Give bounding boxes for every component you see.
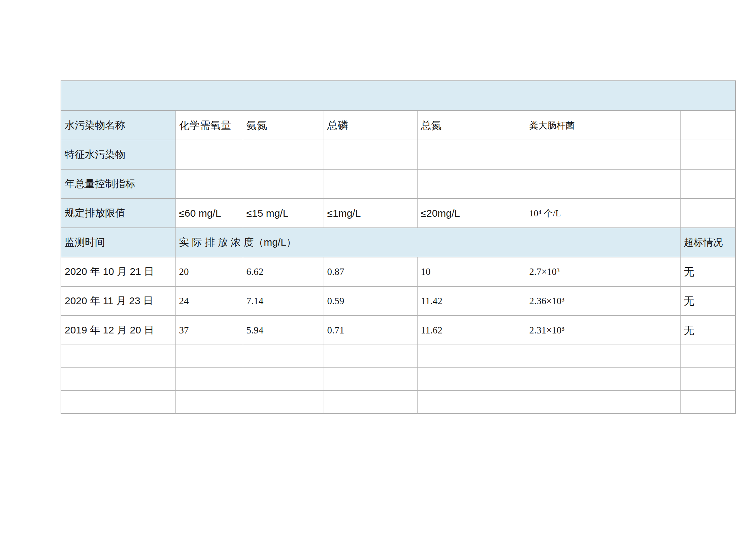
empty-cell [175,368,243,391]
value-total-nitrogen: 11.62 [417,316,526,345]
empty-cell [243,391,324,414]
empty-table-row [61,345,735,368]
row-label-pollutant-name: 水污染物名称 [61,111,175,140]
header-cell-total-nitrogen: 总氮 [417,111,526,140]
value-ammonia: 5.94 [243,316,324,345]
value-total-phosphorus: 0.87 [324,257,417,286]
empty-cell [61,345,175,368]
monitor-date: 2019 年 12 月 20 日 [61,316,175,345]
value-cod: 20 [175,257,243,286]
empty-cell [175,140,243,169]
empty-table-row [61,368,735,391]
empty-cell [324,345,417,368]
value-total-nitrogen: 11.42 [417,286,526,316]
empty-cell [61,368,175,391]
empty-cell [680,169,735,199]
empty-cell [526,345,680,368]
row-label-discharge-limit: 规定排放限值 [61,199,175,228]
value-fecal-coliform: 2.31×10³ [526,316,680,345]
row-label-monitor-time: 监测时间 [61,228,175,257]
limit-cell-cod: ≤60 mg/L [175,199,243,228]
header-cell-empty [680,111,735,140]
empty-cell [324,368,417,391]
empty-table-row [61,391,735,414]
actual-concentration-header: 实 际 排 放 浓 度（mg/L） [175,228,680,257]
exceed-status-header: 超标情况 [680,228,735,257]
empty-cell [243,140,324,169]
empty-cell [417,345,526,368]
value-total-phosphorus: 0.59 [324,286,417,316]
empty-cell [324,169,417,199]
value-ammonia: 6.62 [243,257,324,286]
empty-cell [243,169,324,199]
exceed-status: 无 [680,257,735,286]
empty-cell [175,169,243,199]
empty-cell [526,391,680,414]
table-row: 2020 年 11 月 23 日 24 7.14 0.59 11.42 2.36… [61,286,735,316]
value-cod: 24 [175,286,243,316]
empty-cell [680,368,735,391]
table-top-band [61,81,735,111]
empty-cell [680,345,735,368]
empty-cell [417,368,526,391]
exceed-status: 无 [680,286,735,316]
empty-cell [526,368,680,391]
empty-cell [417,140,526,169]
discharge-limit-row: 规定排放限值 ≤60 mg/L ≤15 mg/L ≤1mg/L ≤20mg/L … [61,199,735,228]
monitoring-report-table-container: 水污染物名称 化学需氧量 氨氮 总磷 总氮 粪大肠杆菌 特征水污染物 年总量控制… [61,80,735,414]
header-cell-cod: 化学需氧量 [175,111,243,140]
empty-cell [526,169,680,199]
empty-cell [243,368,324,391]
empty-cell [324,140,417,169]
empty-cell [175,391,243,414]
empty-cell [417,169,526,199]
empty-cell [526,140,680,169]
monitor-header-row: 监测时间 实 际 排 放 浓 度（mg/L） 超标情况 [61,228,735,257]
empty-cell [243,345,324,368]
row-label-annual-total: 年总量控制指标 [61,169,175,199]
characteristic-pollutant-row: 特征水污染物 [61,140,735,169]
empty-cell [417,391,526,414]
value-fecal-coliform: 2.36×10³ [526,286,680,316]
value-ammonia: 7.14 [243,286,324,316]
empty-cell [324,391,417,414]
header-cell-total-phosphorus: 总磷 [324,111,417,140]
row-label-characteristic: 特征水污染物 [61,140,175,169]
value-cod: 37 [175,316,243,345]
empty-cell [680,391,735,414]
value-total-phosphorus: 0.71 [324,316,417,345]
water-pollutant-monitoring-table: 水污染物名称 化学需氧量 氨氮 总磷 总氮 粪大肠杆菌 特征水污染物 年总量控制… [61,80,736,414]
monitor-date: 2020 年 10 月 21 日 [61,257,175,286]
top-band-cell [61,81,735,111]
header-cell-fecal-coliform: 粪大肠杆菌 [526,111,680,140]
monitor-date: 2020 年 11 月 23 日 [61,286,175,316]
annual-total-control-row: 年总量控制指标 [61,169,735,199]
header-cell-ammonia: 氨氮 [243,111,324,140]
pollutant-name-row: 水污染物名称 化学需氧量 氨氮 总磷 总氮 粪大肠杆菌 [61,111,735,140]
table-row: 2020 年 10 月 21 日 20 6.62 0.87 10 2.7×10³… [61,257,735,286]
value-fecal-coliform: 2.7×10³ [526,257,680,286]
limit-cell-total-nitrogen: ≤20mg/L [417,199,526,228]
limit-cell-total-phosphorus: ≤1mg/L [324,199,417,228]
empty-cell [61,391,175,414]
value-total-nitrogen: 10 [417,257,526,286]
empty-cell [680,140,735,169]
empty-cell [680,199,735,228]
table-row: 2019 年 12 月 20 日 37 5.94 0.71 11.62 2.31… [61,316,735,345]
limit-cell-ammonia: ≤15 mg/L [243,199,324,228]
exceed-status: 无 [680,316,735,345]
empty-cell [175,345,243,368]
limit-cell-fecal-coliform: 10⁴ 个/L [526,199,680,228]
